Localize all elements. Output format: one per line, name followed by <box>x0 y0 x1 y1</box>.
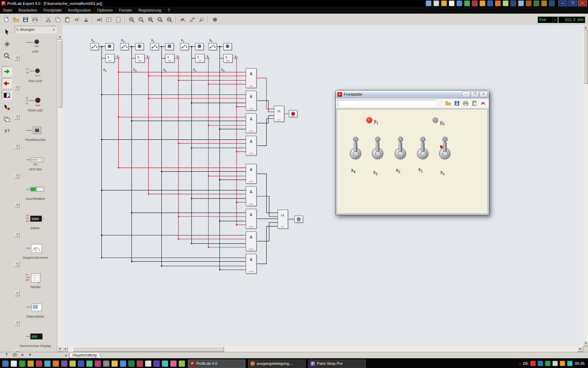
zoom-100-button[interactable]: 1:1 <box>155 15 164 24</box>
menu-fenster[interactable]: Fenster <box>116 7 135 14</box>
frontplatte-minimize-button[interactable]: — <box>462 91 470 97</box>
titlebar-icon[interactable] <box>479 0 485 6</box>
frontplatte-window[interactable]: P Frontplatte —❒× y1y0x4x3x2x1xx <box>335 90 489 215</box>
titlebar-icon[interactable] <box>549 0 555 6</box>
input-switch[interactable] <box>208 43 217 50</box>
palette-item-led-bar[interactable]: LEDLED-Bar? <box>13 155 57 181</box>
tab-hauptschaltung[interactable]: Hauptschaltung <box>69 353 99 358</box>
switch-lever[interactable] <box>399 142 402 152</box>
frontplatte-print-button[interactable] <box>462 100 469 107</box>
simulation-speed-select[interactable]: Fast ▼ <box>538 16 558 23</box>
close-button[interactable]: × <box>578 0 587 6</box>
menu-frontplatte[interactable]: Frontplatte <box>40 7 65 14</box>
pan-tool-button[interactable] <box>2 39 12 49</box>
switch-lever[interactable] <box>354 142 357 152</box>
minimize-button[interactable]: — <box>558 0 567 6</box>
input-switch[interactable] <box>120 43 129 50</box>
tray-icon[interactable] <box>567 361 573 366</box>
probe-button[interactable] <box>197 15 206 24</box>
frontplatte-switch-xx[interactable] <box>439 148 450 159</box>
scroll-left-arrow[interactable]: ◄ <box>62 347 68 352</box>
chevron-down-icon[interactable]: ▼ <box>52 28 55 31</box>
paste-button[interactable] <box>63 15 71 24</box>
titlebar-icon[interactable] <box>441 0 447 6</box>
quick-launch-icon[interactable] <box>44 360 51 367</box>
text-tool-button[interactable]: T <box>4 352 10 359</box>
quick-launch-icon[interactable] <box>2 360 9 367</box>
quick-launch-icon[interactable] <box>69 360 76 367</box>
quick-launch-icon[interactable] <box>145 360 152 367</box>
quick-launch-icon[interactable] <box>128 360 135 367</box>
zoom-out-button[interactable] <box>136 15 145 24</box>
scroll-up-arrow[interactable]: ▲ <box>57 34 63 40</box>
frontplatte-close-button[interactable]: × <box>479 91 488 97</box>
quick-launch-icon[interactable] <box>19 360 26 367</box>
palette-item-tabelle[interactable]: E1AddRSTTABTabelle? <box>13 272 57 299</box>
help-button[interactable]: ? <box>14 55 20 61</box>
help-button[interactable]: ? <box>14 232 20 237</box>
help-tool-button[interactable]: ? <box>2 126 12 136</box>
cut-button[interactable] <box>44 15 52 24</box>
taskbar-task-paint-shop-pro[interactable]: PPaint Shop Pro <box>308 360 366 368</box>
wire-button[interactable] <box>188 15 196 24</box>
quick-launch-icon[interactable] <box>178 360 185 367</box>
titlebar-icon[interactable] <box>518 0 524 6</box>
frontplatte-tools-button[interactable] <box>479 100 487 107</box>
input-switch[interactable] <box>180 43 189 50</box>
titlebar-icon[interactable] <box>495 0 501 6</box>
zoom-in-button[interactable] <box>127 15 136 24</box>
language-indicator[interactable]: DE <box>523 361 528 366</box>
frontplatte-switch-x1[interactable] <box>417 148 428 159</box>
quick-launch-icon[interactable] <box>103 360 110 367</box>
palette-category-select[interactable]: ↻ Anzeigen ▼ <box>15 26 57 33</box>
tray-icon[interactable] <box>560 361 565 366</box>
menu-optionen[interactable]: Optionen <box>94 7 116 14</box>
frontplatte-switch-x3[interactable] <box>372 148 383 159</box>
print-button[interactable] <box>30 15 39 24</box>
times2-button[interactable]: ×2 <box>72 15 81 24</box>
titlebar-icon[interactable] <box>449 0 455 6</box>
titlebar-icon[interactable] <box>433 0 439 6</box>
zoom-page-button[interactable] <box>146 15 155 24</box>
palette-item-duo-led[interactable]: L1L2DUODuo-LED? <box>13 66 57 93</box>
palette-item-zeigerinstrument[interactable]: Zeigerinstrument? <box>13 243 57 270</box>
search-button[interactable] <box>12 352 18 359</box>
input-switch[interactable] <box>90 43 99 50</box>
save-button[interactable] <box>21 15 30 24</box>
maximize-button[interactable]: ❒ <box>568 0 577 6</box>
quick-launch-icon[interactable] <box>27 360 34 367</box>
help-button[interactable]: ? <box>14 261 20 267</box>
menu-konfiguration[interactable]: Konfiguration <box>65 7 94 14</box>
switch-lever[interactable] <box>376 142 379 152</box>
switch-lever[interactable] <box>443 142 447 152</box>
stop-tool-button[interactable] <box>2 78 12 88</box>
help-button[interactable]: ? <box>14 173 20 178</box>
quick-launch-icon[interactable] <box>10 360 17 367</box>
scroll-right-arrow[interactable]: ► <box>578 347 583 352</box>
tray-expand-icon[interactable]: « <box>519 362 521 365</box>
frontplatte-open-button[interactable] <box>444 100 452 107</box>
titlebar-icon[interactable] <box>464 0 470 6</box>
run-tool-button[interactable] <box>2 66 12 76</box>
taskbar-task-ausgangsbelegung-[interactable]: ausgangsbelegung.... <box>248 360 306 368</box>
new-button[interactable] <box>2 15 11 24</box>
frontplatte-switch-x4[interactable] <box>350 148 361 159</box>
help-button[interactable]: ? <box>14 203 20 208</box>
palette-item-diaprojektor[interactable]: Diaprojektor? <box>13 302 57 328</box>
cursor-tool-button[interactable] <box>2 27 12 37</box>
scrollbar-thumb[interactable] <box>73 347 224 352</box>
tray-icon[interactable] <box>545 361 551 366</box>
help-button[interactable]: ? <box>14 114 20 120</box>
tray-icon[interactable] <box>530 361 536 366</box>
titlebar-icon[interactable] <box>526 0 532 6</box>
schematic-canvas[interactable]: x41AN1x̄4x4x31AN2x̄3x3x21AN3x̄2x2x11AN4x… <box>62 25 583 346</box>
quick-launch-icon[interactable] <box>162 360 168 367</box>
quick-launch-icon[interactable] <box>86 360 93 367</box>
canvas-vscrollbar[interactable]: ▲ ▼ <box>583 25 588 346</box>
taskbar-task-profilab-4-0[interactable]: PProfiLab 4.0 <box>188 360 245 368</box>
quick-launch-icon[interactable] <box>61 360 68 367</box>
tools-button[interactable] <box>178 15 187 24</box>
down-button[interactable] <box>27 352 33 359</box>
titlebar-icon[interactable] <box>456 0 462 6</box>
input-switch[interactable] <box>150 43 159 50</box>
